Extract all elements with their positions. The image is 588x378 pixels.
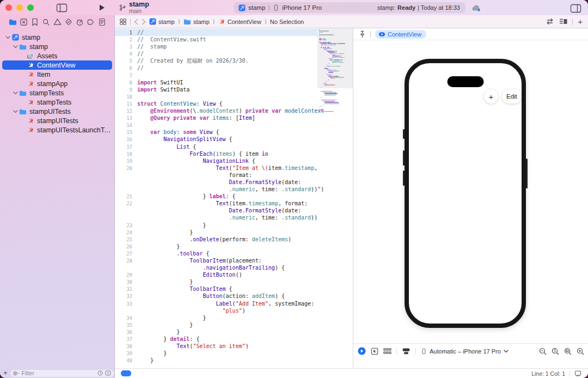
breadcrumb-stamp[interactable]: stamp bbox=[149, 18, 175, 25]
code-line-31[interactable]: 31 ToolbarItem { bbox=[115, 285, 353, 292]
code-line-40[interactable]: 40 } bbox=[115, 357, 353, 364]
editor-status-bar: Line: 1 Col: 1 bbox=[115, 368, 588, 378]
minimize-button[interactable] bbox=[16, 4, 23, 11]
tree-item-ContentView[interactable]: ContentView bbox=[2, 60, 112, 70]
zoom-in-icon[interactable] bbox=[577, 347, 584, 355]
forward-icon[interactable] bbox=[142, 19, 146, 25]
tree-item-Item[interactable]: Item bbox=[2, 70, 112, 79]
add-file-icon[interactable]: + bbox=[3, 370, 8, 376]
swap-editor-icon[interactable] bbox=[546, 18, 554, 25]
code-line-30[interactable]: 30 } bbox=[115, 278, 353, 285]
editor-layout-icon[interactable] bbox=[559, 18, 567, 25]
code-line-wrap[interactable]: "plus") bbox=[115, 307, 353, 314]
editor-display-icon[interactable] bbox=[574, 370, 581, 376]
code-line-wrap[interactable]: .numeric, time: .standard))") bbox=[115, 186, 353, 193]
issues-navigator-icon[interactable] bbox=[52, 17, 62, 27]
run-button[interactable] bbox=[98, 4, 106, 11]
zoom-fit-icon[interactable] bbox=[564, 347, 572, 355]
code-line-28[interactable]: 28 ToolbarItem(placement: bbox=[115, 257, 353, 264]
bookmarks-navigator-icon[interactable] bbox=[30, 17, 40, 27]
breadcrumb-contentview[interactable]: ContentView bbox=[218, 18, 261, 25]
zoom-button[interactable] bbox=[27, 4, 34, 11]
preview-on-device-icon[interactable] bbox=[402, 347, 411, 355]
line-number: 24 bbox=[117, 229, 137, 236]
breakpoints-navigator-icon[interactable] bbox=[86, 17, 96, 27]
disclosure-chevron-icon[interactable] bbox=[4, 36, 11, 39]
source-control-filter-icon[interactable] bbox=[105, 370, 111, 376]
code-line-35[interactable]: 35 } bbox=[115, 321, 353, 328]
disclosure-chevron-icon[interactable] bbox=[12, 110, 19, 113]
code-line-wrap[interactable]: format: bbox=[115, 172, 353, 179]
folder-icon bbox=[183, 19, 191, 25]
reports-navigator-icon[interactable] bbox=[97, 17, 107, 27]
scheme-selector[interactable]: stamp ⟩ iPhone 17 Pro stamp: Ready | Tod… bbox=[234, 2, 465, 13]
back-icon[interactable] bbox=[134, 19, 138, 25]
code-line-33[interactable]: 33 Label("Add Item", systemImage: bbox=[115, 300, 353, 307]
filter-input[interactable] bbox=[22, 370, 95, 376]
filter-field[interactable] bbox=[10, 370, 114, 377]
find-navigator-icon[interactable] bbox=[41, 17, 51, 27]
recent-files-icon[interactable] bbox=[97, 370, 103, 376]
code-line-24[interactable]: 24 } bbox=[115, 229, 353, 236]
disclosure-chevron-icon[interactable] bbox=[12, 92, 19, 95]
breadcrumb-no-selection[interactable]: No Selection bbox=[270, 19, 304, 25]
tree-item-stampUITestsLaunchTests[interactable]: stampUITestsLaunchTests bbox=[2, 125, 112, 135]
line-number: 32 bbox=[117, 293, 137, 300]
sidebar-toggle-icon[interactable] bbox=[56, 3, 68, 13]
source-control-navigator-icon[interactable] bbox=[19, 17, 29, 27]
code-line-22[interactable]: 22 Text(item.timestamp, format: bbox=[115, 200, 353, 207]
tests-navigator-icon[interactable] bbox=[64, 17, 74, 27]
tree-item-stampUITests[interactable]: stampUITests bbox=[2, 107, 112, 116]
zoom-100-icon[interactable] bbox=[552, 347, 559, 355]
tree-item-Assets[interactable]: Assets bbox=[2, 51, 112, 60]
code-line-wrap[interactable]: .numeric, time: .standard)) bbox=[115, 214, 353, 221]
zoom-out-icon[interactable] bbox=[539, 347, 547, 355]
tree-item-stampTests[interactable]: stampTests bbox=[2, 88, 112, 97]
code-line-1[interactable]: 1// bbox=[115, 29, 317, 36]
selectable-mode-icon[interactable] bbox=[371, 347, 378, 355]
source-editor[interactable]: 1//2// ContentView.swift3// stamp4//5// … bbox=[115, 28, 353, 368]
live-preview-icon[interactable] bbox=[358, 347, 366, 355]
tree-item-stamp[interactable]: stamp bbox=[2, 33, 112, 42]
code-line-wrap[interactable]: Date.FormatStyle(date: bbox=[115, 179, 353, 186]
tree-item-stamp[interactable]: stamp bbox=[2, 42, 112, 51]
pin-icon[interactable] bbox=[359, 31, 366, 38]
cloud-sync-icon[interactable] bbox=[471, 4, 481, 11]
breadcrumb-stamp[interactable]: stamp bbox=[183, 19, 210, 25]
tree-item-stampApp[interactable]: stampApp bbox=[2, 79, 112, 88]
code-line-26[interactable]: 26 } bbox=[115, 243, 353, 250]
code-line-39[interactable]: 39 } bbox=[115, 350, 353, 357]
breakpoint-pill[interactable] bbox=[121, 370, 131, 376]
code-line-34[interactable]: 34 } bbox=[115, 314, 353, 321]
code-line-36[interactable]: 36 } bbox=[115, 328, 353, 336]
tree-item-stampUITests[interactable]: stampUITests bbox=[2, 116, 112, 125]
preview-device-selector[interactable]: Automatic – iPhone 17 Pro bbox=[421, 347, 509, 355]
minimap[interactable] bbox=[317, 28, 353, 159]
code-line-25[interactable]: 25 .onDelete(perform: deleteItems) bbox=[115, 236, 353, 243]
code-line-wrap[interactable]: Date.FormatStyle(date: bbox=[115, 207, 353, 214]
code-line-32[interactable]: 32 Button(action: addItem) { bbox=[115, 292, 353, 300]
activity-status[interactable]: stamp: Ready | Today at 18:33 bbox=[377, 4, 465, 11]
tree-item-stampTests[interactable]: stampTests bbox=[2, 97, 112, 107]
app-scheme-icon bbox=[238, 4, 246, 11]
variants-grid-icon[interactable] bbox=[383, 348, 391, 355]
project-navigator-icon[interactable] bbox=[8, 17, 17, 27]
related-items-icon[interactable] bbox=[119, 18, 127, 26]
code-line-wrap[interactable]: .navigationBarTrailing) { bbox=[115, 264, 353, 271]
code-line-20[interactable]: 20 Text("Item at \(item.timestamp, bbox=[115, 164, 353, 172]
edit-button[interactable]: Edit bbox=[502, 89, 522, 103]
add-editor-icon[interactable]: + bbox=[578, 19, 583, 25]
code-line-29[interactable]: 29 EditButton() bbox=[115, 271, 353, 278]
disclosure-chevron-icon[interactable] bbox=[12, 45, 19, 48]
code-line-27[interactable]: 27 .toolbar { bbox=[115, 250, 353, 257]
preview-tab[interactable]: ContentView bbox=[375, 30, 426, 39]
inspector-toggle-icon[interactable] bbox=[570, 4, 581, 13]
debug-navigator-icon[interactable] bbox=[75, 17, 84, 27]
code-line-23[interactable]: 23 } bbox=[115, 222, 353, 229]
close-button[interactable] bbox=[5, 4, 12, 11]
code-line-21[interactable]: 21 } label: { bbox=[115, 193, 353, 200]
code-line-38[interactable]: 38 Text("Select an item") bbox=[115, 343, 353, 350]
crumb-separator: ⟩ bbox=[265, 19, 267, 25]
code-line-37[interactable]: 37 } detail: { bbox=[115, 336, 353, 343]
add-item-button[interactable]: + bbox=[484, 89, 498, 103]
